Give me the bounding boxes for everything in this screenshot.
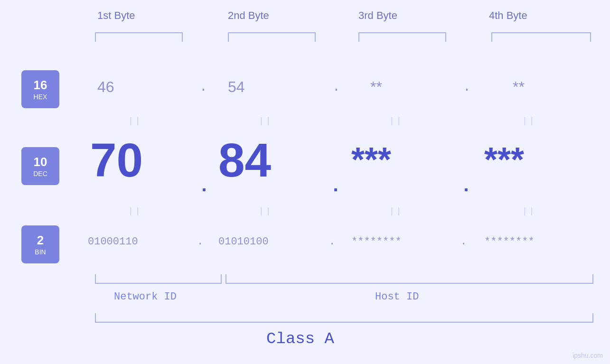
dec-byte1: 70 [90, 133, 143, 187]
dec-byte2: 84 [218, 133, 271, 187]
hex-badge-label: HEX [34, 93, 47, 101]
bracket-top-byte1 [95, 32, 183, 42]
hex-byte3: ** [370, 78, 382, 96]
eq1-byte1: || [128, 116, 142, 126]
host-id-label: Host ID [375, 291, 419, 303]
bin-byte1: 01000110 [88, 236, 138, 248]
bracket-full [95, 313, 593, 323]
dot-hex-3: . [463, 80, 471, 94]
bin-badge-label: BIN [35, 248, 46, 256]
eq2-byte4: || [522, 206, 536, 216]
dot-bin-2: . [329, 236, 335, 248]
bracket-top-byte4 [491, 32, 591, 42]
bin-badge-num: 2 [37, 233, 44, 248]
hex-badge-num: 16 [34, 78, 47, 93]
bin-byte4: ******** [484, 236, 535, 248]
network-id-label: Network ID [114, 291, 177, 303]
eq1-byte2: || [259, 116, 273, 126]
dot-dec-2: . [330, 176, 341, 197]
dot-bin-1: . [197, 236, 203, 248]
dec-badge: 10 DEC [21, 147, 59, 185]
bin-badge: 2 BIN [21, 225, 59, 263]
byte4-label: 4th Byte [489, 9, 527, 22]
hex-byte4: ** [513, 78, 525, 96]
eq2-byte1: || [128, 206, 142, 216]
eq1-byte3: || [389, 116, 404, 126]
dec-byte4: *** [484, 140, 524, 179]
bracket-top-byte3 [358, 32, 446, 42]
class-label: Class A [0, 330, 601, 348]
dot-dec-1: . [198, 176, 210, 197]
bracket-network [95, 274, 222, 284]
watermark: ipshu.com [572, 352, 603, 359]
bracket-top-byte2 [228, 32, 316, 42]
dec-badge-num: 10 [34, 155, 47, 169]
bin-byte2: 01010100 [218, 236, 269, 248]
dot-hex-2: . [332, 80, 340, 94]
byte3-label: 3rd Byte [358, 9, 397, 22]
dec-badge-label: DEC [33, 170, 47, 177]
eq1-byte4: || [522, 116, 536, 126]
hex-badge: 16 HEX [21, 70, 59, 108]
dec-byte3: *** [351, 140, 391, 179]
hex-byte1: 46 [97, 78, 114, 96]
bin-byte3: ******** [351, 236, 402, 248]
hex-byte2: 54 [228, 78, 245, 96]
byte2-label: 2nd Byte [228, 9, 269, 22]
byte1-label: 1st Byte [97, 9, 135, 22]
bracket-host [225, 274, 593, 284]
eq2-byte3: || [389, 206, 404, 216]
eq2-byte2: || [259, 206, 273, 216]
dot-dec-3: . [460, 176, 472, 197]
dot-bin-3: . [460, 236, 467, 248]
dot-hex-1: . [199, 80, 207, 94]
